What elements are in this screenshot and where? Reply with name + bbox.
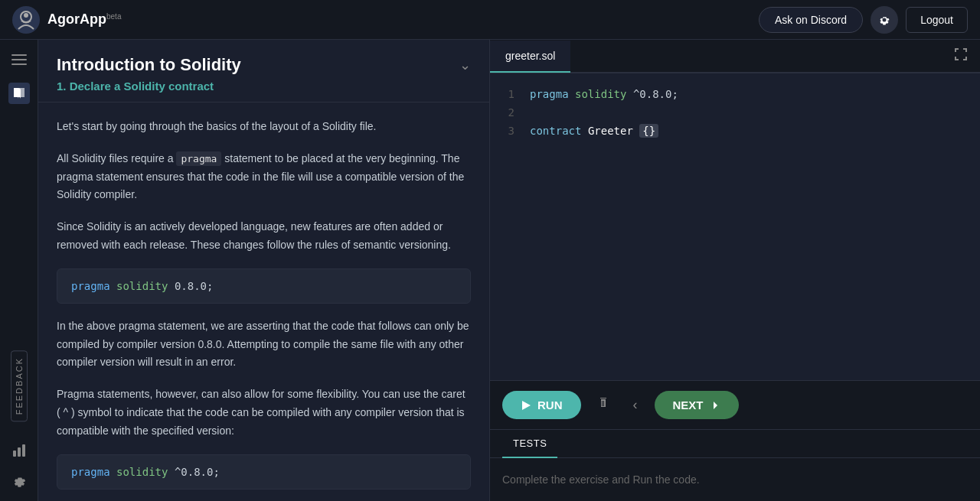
sidebar-item-settings[interactable] bbox=[8, 470, 30, 492]
editor-tab[interactable]: greeter.sol bbox=[490, 41, 570, 73]
fullscreen-icon bbox=[954, 47, 968, 61]
editor-toolbar: RUN ‹ NEXT bbox=[490, 381, 980, 429]
book-icon bbox=[11, 86, 27, 101]
svg-rect-5 bbox=[11, 63, 27, 65]
tests-tab[interactable]: TESTS bbox=[502, 430, 557, 458]
sidebar-bottom bbox=[8, 440, 30, 492]
svg-rect-6 bbox=[13, 451, 16, 457]
lesson-subtitle-link[interactable]: Declare a Solidity contract bbox=[70, 80, 214, 93]
code-line-3: 3 contract Greeter {} bbox=[499, 122, 971, 141]
discord-button[interactable]: Ask on Discord bbox=[759, 7, 863, 33]
next-button[interactable]: NEXT bbox=[655, 391, 739, 419]
gear-icon bbox=[878, 14, 890, 26]
sidebar-item-book[interactable] bbox=[8, 83, 30, 104]
svg-rect-3 bbox=[11, 54, 27, 56]
logo-text: AgorAppbeta bbox=[47, 11, 121, 28]
run-button[interactable]: RUN bbox=[502, 391, 581, 419]
tests-tab-row: TESTS bbox=[490, 430, 980, 458]
chevron-down-icon[interactable]: ⌄ bbox=[459, 57, 471, 73]
logout-button[interactable]: Logout bbox=[906, 7, 968, 33]
lesson-title-row: Introduction to Solidity ⌄ bbox=[57, 55, 471, 75]
main-layout: FEEDBACK Introduction to Solidity ⌄ bbox=[0, 40, 980, 501]
menu-icon bbox=[11, 52, 27, 67]
play-icon bbox=[521, 400, 531, 411]
svg-point-0 bbox=[12, 6, 40, 34]
svg-rect-4 bbox=[11, 59, 27, 60]
sidebar-item-menu[interactable] bbox=[8, 49, 30, 70]
logo-icon bbox=[12, 6, 40, 34]
lesson-para-4: In the above pragma statement, we are as… bbox=[57, 317, 471, 372]
editor-header: greeter.sol bbox=[490, 40, 980, 73]
editor-body[interactable]: 1 pragma solidity ^0.8.0; 2 3 contract G… bbox=[490, 73, 980, 380]
chart-icon bbox=[11, 443, 27, 458]
editor-bottom: RUN ‹ NEXT TESTS bbox=[490, 380, 980, 501]
sidebar: FEEDBACK bbox=[0, 40, 38, 501]
fullscreen-button[interactable] bbox=[942, 40, 980, 72]
code-line-1: 1 pragma solidity ^0.8.0; bbox=[499, 86, 971, 104]
svg-rect-7 bbox=[18, 447, 21, 457]
code-block-1: pragma solidity 0.8.0; bbox=[57, 268, 471, 304]
lesson-title: Introduction to Solidity bbox=[57, 55, 241, 75]
settings-icon bbox=[11, 473, 27, 489]
lesson-para-3: Since Solidity is an actively developed … bbox=[57, 218, 471, 255]
lesson-panel: Introduction to Solidity ⌄ 1. Declare a … bbox=[38, 40, 490, 501]
navbar-left: AgorAppbeta bbox=[12, 6, 121, 34]
lesson-para-1: Let's start by going through the basics … bbox=[57, 118, 471, 136]
trash-button[interactable] bbox=[590, 390, 616, 420]
settings-button[interactable] bbox=[871, 6, 898, 34]
tests-content: Complete the exercise and Run the code. bbox=[490, 458, 980, 501]
navbar: AgorAppbeta Ask on Discord Logout bbox=[0, 0, 980, 40]
sidebar-item-chart[interactable] bbox=[8, 440, 30, 461]
svg-point-2 bbox=[24, 13, 28, 18]
lesson-para-5: Pragma statements, however, can also all… bbox=[57, 386, 471, 440]
code-line-2: 2 bbox=[499, 104, 971, 122]
code-block-2: pragma solidity ^0.8.0; bbox=[57, 454, 471, 490]
trash-icon bbox=[596, 396, 610, 410]
navbar-right: Ask on Discord Logout bbox=[759, 6, 968, 34]
lesson-para-2: All Solidity files require a pragma stat… bbox=[57, 150, 471, 204]
prev-button[interactable]: ‹ bbox=[626, 392, 645, 418]
lesson-subtitle: 1. Declare a Solidity contract bbox=[57, 80, 471, 93]
tests-panel: TESTS Complete the exercise and Run the … bbox=[490, 429, 980, 501]
svg-rect-8 bbox=[22, 444, 25, 457]
feedback-button[interactable]: FEEDBACK bbox=[11, 350, 28, 421]
editor-panel: greeter.sol 1 pragma solidity ^0.8.0; 2 … bbox=[490, 40, 980, 501]
lesson-header: Introduction to Solidity ⌄ 1. Declare a … bbox=[38, 40, 489, 102]
svg-marker-9 bbox=[522, 401, 531, 410]
lesson-content: Let's start by going through the basics … bbox=[38, 102, 489, 501]
arrow-right-icon bbox=[710, 400, 720, 411]
